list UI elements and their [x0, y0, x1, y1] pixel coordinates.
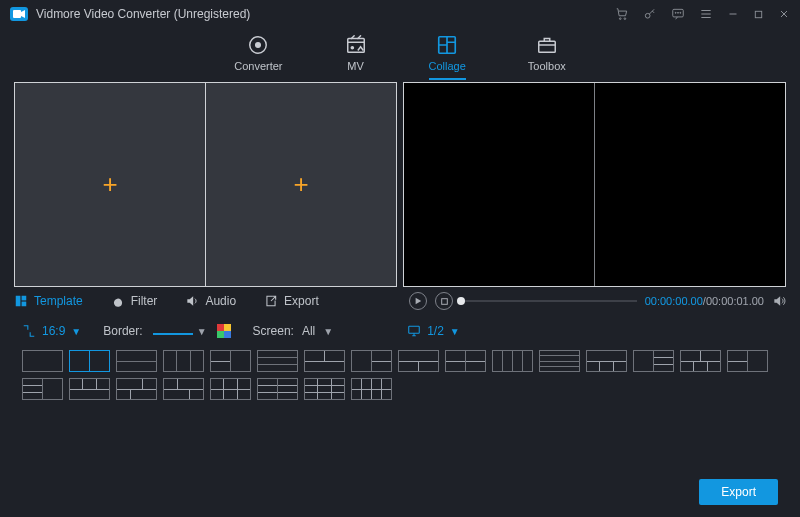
maximize-icon[interactable] [753, 9, 764, 20]
tab-label: Converter [234, 60, 282, 72]
svg-rect-19 [409, 326, 420, 333]
svg-rect-16 [22, 296, 27, 301]
tab-label: Toolbox [528, 60, 566, 72]
time-current: 00:00:00.00 [645, 295, 703, 307]
border-label: Border: [103, 324, 142, 338]
svg-point-6 [678, 12, 679, 13]
preview-cell-2 [595, 83, 785, 286]
svg-rect-15 [16, 296, 21, 307]
chevron-down-icon: ▼ [323, 326, 333, 337]
slider-thumb[interactable] [457, 297, 465, 305]
tab-label: Collage [429, 60, 466, 72]
template-top2-bot2[interactable] [680, 350, 721, 372]
tab-label: MV [347, 60, 364, 72]
template-left-split[interactable] [210, 350, 251, 372]
template-1x1[interactable] [22, 350, 63, 372]
subtab-export[interactable]: Export [264, 294, 319, 308]
export-icon [264, 294, 278, 308]
template-bottom-split[interactable] [398, 350, 439, 372]
ratio-value: 16:9 [42, 324, 65, 338]
svg-point-3 [645, 13, 650, 18]
tab-converter[interactable]: Converter [234, 34, 282, 72]
template-3x2[interactable] [257, 378, 298, 400]
template-top3-bot1[interactable] [69, 378, 110, 400]
template-1x2[interactable] [69, 350, 110, 372]
audio-icon [185, 294, 199, 308]
border-option: Border: ▼ [103, 324, 230, 338]
template-brick-a[interactable] [116, 378, 157, 400]
template-mixed-4a[interactable] [727, 350, 768, 372]
screen-value: All [302, 324, 315, 338]
volume-icon[interactable] [772, 294, 786, 308]
play-button[interactable] [409, 292, 427, 310]
subtab-label: Template [34, 294, 83, 308]
svg-point-10 [256, 43, 261, 48]
titlebar-controls [615, 7, 790, 21]
subtab-audio[interactable]: Audio [185, 294, 236, 308]
ratio-dropdown[interactable]: 16:9 ▼ [22, 324, 81, 338]
svg-rect-11 [347, 39, 364, 53]
svg-rect-17 [22, 302, 27, 307]
mv-icon [345, 34, 367, 56]
border-style-dropdown[interactable]: ▼ [153, 326, 207, 337]
preview-cell-1 [404, 83, 595, 286]
template-left3-right1[interactable] [22, 378, 63, 400]
svg-rect-0 [13, 10, 21, 18]
monitor-icon [407, 324, 421, 338]
svg-point-7 [680, 12, 681, 13]
subtab-label: Audio [205, 294, 236, 308]
drop-cell-2[interactable]: + [206, 83, 396, 286]
main-nav: Converter MV Collage Toolbox [0, 28, 800, 82]
timeline-slider[interactable] [461, 294, 637, 308]
subtab-template[interactable]: Template [14, 294, 83, 308]
stop-button[interactable] [435, 292, 453, 310]
template-right-split[interactable] [351, 350, 392, 372]
svg-point-2 [624, 18, 626, 20]
screen-option[interactable]: Screen: All ▼ [253, 324, 334, 338]
app-title: Vidmore Video Converter (Unregistered) [36, 7, 250, 21]
subrow: Template Filter Audio Export 00:00:00.00… [0, 287, 800, 310]
minimize-icon[interactable] [727, 8, 739, 20]
template-grid-6[interactable] [304, 378, 345, 400]
template-2x2[interactable] [445, 350, 486, 372]
menu-icon[interactable] [699, 7, 713, 21]
export-button[interactable]: Export [699, 479, 778, 505]
ratio-icon [22, 324, 36, 338]
time-total: 00:00:01.00 [706, 295, 764, 307]
filter-icon [111, 294, 125, 308]
template-left1-right3[interactable] [633, 350, 674, 372]
template-icon [14, 294, 28, 308]
close-icon[interactable] [778, 8, 790, 20]
template-top1-bot2[interactable] [586, 350, 627, 372]
chevron-down-icon: ▼ [197, 326, 207, 337]
feedback-icon[interactable] [671, 7, 685, 21]
subtab-label: Export [284, 294, 319, 308]
page-selector[interactable]: 1/2 ▼ [407, 324, 460, 338]
page-value: 1/2 [427, 324, 444, 338]
cart-icon[interactable] [615, 7, 629, 21]
tab-toolbox[interactable]: Toolbox [528, 34, 566, 72]
template-3x1[interactable] [257, 350, 298, 372]
add-icon: + [102, 169, 117, 200]
template-top-split[interactable] [304, 350, 345, 372]
collage-icon [436, 34, 458, 56]
key-icon[interactable] [643, 7, 657, 21]
tab-mv[interactable]: MV [345, 34, 367, 72]
border-color-picker[interactable] [217, 324, 231, 338]
svg-point-12 [351, 47, 353, 49]
app-logo [10, 7, 28, 21]
preview-pane [403, 82, 786, 287]
template-1x3[interactable] [163, 350, 204, 372]
drop-cell-1[interactable]: + [15, 83, 206, 286]
tab-collage[interactable]: Collage [429, 34, 466, 72]
template-2x3[interactable] [210, 378, 251, 400]
template-brick-b[interactable] [163, 378, 204, 400]
svg-rect-8 [755, 11, 761, 17]
template-grid-8[interactable] [351, 378, 392, 400]
template-4x1[interactable] [539, 350, 580, 372]
subtab-filter[interactable]: Filter [111, 294, 158, 308]
template-2x1[interactable] [116, 350, 157, 372]
template-1x4[interactable] [492, 350, 533, 372]
border-swatch [153, 327, 193, 335]
footer: Export [699, 479, 778, 505]
